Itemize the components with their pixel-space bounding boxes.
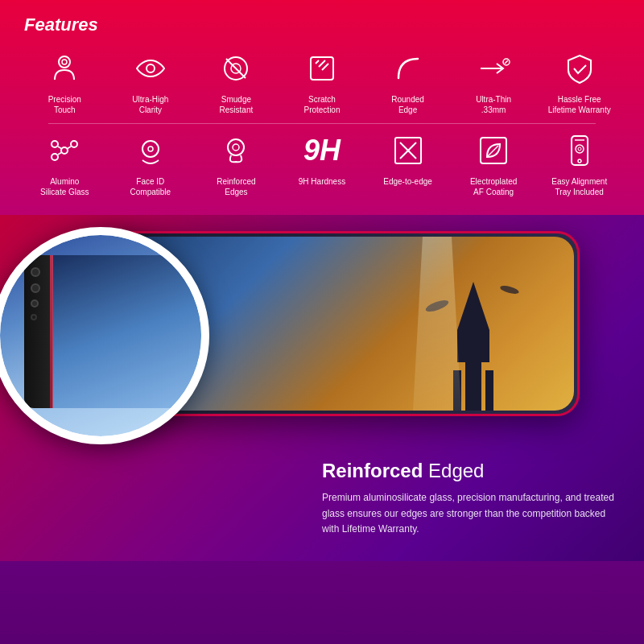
eye-icon <box>129 47 172 90</box>
circle-screen <box>53 255 201 408</box>
camera-dot-1 <box>31 267 40 277</box>
feature-ultra-clarity: Ultra-HighClarity <box>110 47 192 115</box>
ultra-thin-label: Ultra-Thin.33mm <box>476 94 511 115</box>
bottom-section: Reinforced Edged Premium aluminosilicate… <box>0 215 644 561</box>
precision-touch-label: PrecisionTouch <box>48 94 81 115</box>
feature-warranty: Hassle FreeLifetime Warranty <box>539 47 620 115</box>
svg-rect-35 <box>457 330 489 362</box>
svg-point-0 <box>59 56 70 68</box>
leaf-icon <box>472 129 515 172</box>
electroplated-label: ElectroplatedAF Coating <box>470 176 517 197</box>
feature-edge-to-edge: Edge-to-edge <box>367 129 448 197</box>
svg-rect-34 <box>465 354 481 411</box>
feature-ultra-thin: Ultra-Thin.33mm <box>453 47 535 115</box>
title-normal: Edged <box>423 460 484 481</box>
svg-point-33 <box>578 147 581 151</box>
alumino-label: AluminoSilicate Glass <box>40 176 89 197</box>
thin-icon <box>472 47 515 90</box>
main-container: Features PrecisionTouch Ultra-HighClarit… <box>0 0 644 644</box>
svg-point-22 <box>228 139 244 155</box>
divider <box>48 123 596 124</box>
camera-dot-4 <box>31 314 37 320</box>
camera-dots <box>31 267 40 320</box>
reinforced-title: Reinforced Edged <box>322 460 620 482</box>
svg-line-19 <box>58 152 62 155</box>
9h-label: 9H Hardness <box>299 176 345 187</box>
circle-magnifier <box>0 227 209 444</box>
svg-line-4 <box>226 59 246 78</box>
title-bold: Reinforced <box>322 460 423 481</box>
svg-line-17 <box>58 147 62 149</box>
feature-reinforced: ReinforcedEdges <box>196 129 277 197</box>
reinforced-description: Premium aluminosilicate glass, precision… <box>322 490 620 537</box>
phone-tray-icon <box>558 129 601 172</box>
svg-point-13 <box>61 147 68 154</box>
smudge-icon <box>214 47 258 90</box>
text-content: Reinforced Edged Premium aluminosilicate… <box>306 444 644 561</box>
svg-line-7 <box>316 60 319 64</box>
rounded-label: RoundedEdge <box>391 94 424 115</box>
svg-point-40 <box>499 284 519 295</box>
feature-precision-touch: PrecisionTouch <box>24 47 105 115</box>
9h-icon: 9H <box>300 129 344 172</box>
feature-rounded: RoundedEdge <box>367 47 448 115</box>
feature-alumino: AluminoSilicate Glass <box>24 129 105 197</box>
svg-point-15 <box>71 141 77 147</box>
svg-rect-6 <box>311 57 333 80</box>
svg-line-28 <box>487 146 498 157</box>
svg-point-2 <box>147 64 155 72</box>
x-icon <box>386 129 430 172</box>
features-section: Features PrecisionTouch Ultra-HighClarit… <box>0 0 644 215</box>
features-grid-row2: AluminoSilicate Glass Face IDCompatible … <box>24 129 620 197</box>
feature-smudge: SmudgeResistant <box>196 47 277 115</box>
reinforced-icon <box>214 129 258 172</box>
svg-point-16 <box>52 154 58 160</box>
svg-point-32 <box>576 145 584 153</box>
faceid-icon <box>129 129 172 172</box>
faceid-label: Face IDCompatible <box>130 176 171 197</box>
svg-line-8 <box>319 60 325 67</box>
alignment-label: Easy AlignmentTray Included <box>551 176 607 197</box>
svg-line-9 <box>322 64 328 70</box>
camera-dot-3 <box>31 299 39 308</box>
features-grid-row1: PrecisionTouch Ultra-HighClarity SmudgeR… <box>24 47 620 115</box>
smudge-label: SmudgeResistant <box>220 94 254 115</box>
svg-rect-38 <box>485 370 493 411</box>
scratch-icon <box>300 47 344 90</box>
camera-dot-2 <box>31 283 40 293</box>
feature-faceid: Face IDCompatible <box>110 129 192 197</box>
svg-line-12 <box>505 60 508 64</box>
feature-electroplated: ElectroplatedAF Coating <box>453 129 535 197</box>
feature-9h: 9H 9H Hardness <box>282 129 363 197</box>
svg-point-30 <box>578 159 581 163</box>
edge-label: Edge-to-edge <box>383 176 432 187</box>
warranty-label: Hassle FreeLifetime Warranty <box>548 94 611 115</box>
feature-scratch: ScratchProtection <box>282 47 363 115</box>
svg-point-23 <box>233 144 239 151</box>
scratch-label: ScratchProtection <box>303 94 340 115</box>
features-title: Features <box>24 14 620 35</box>
shield-icon <box>558 47 601 90</box>
ultra-clarity-label: Ultra-HighClarity <box>132 94 168 115</box>
touch-icon <box>43 47 86 90</box>
svg-line-18 <box>67 147 71 149</box>
svg-marker-36 <box>457 282 489 330</box>
molecule-icon <box>43 129 86 172</box>
svg-point-14 <box>52 141 58 147</box>
circle-inner <box>0 235 201 436</box>
reinforced-label: ReinforcedEdges <box>217 176 255 197</box>
svg-point-20 <box>142 141 159 157</box>
feature-alignment: Easy AlignmentTray Included <box>539 129 620 197</box>
rounded-icon <box>386 47 430 90</box>
svg-point-21 <box>148 147 153 151</box>
svg-point-1 <box>62 60 67 64</box>
